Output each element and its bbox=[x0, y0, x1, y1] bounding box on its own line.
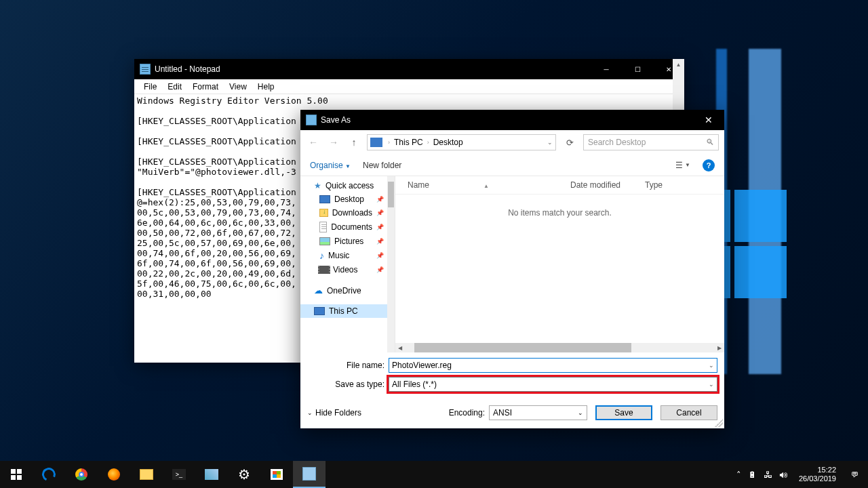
notepad-icon bbox=[140, 64, 151, 75]
minimize-button[interactable]: ─ bbox=[591, 59, 622, 79]
column-date[interactable]: Date modified bbox=[570, 180, 645, 190]
network-icon[interactable]: 🖧︎ bbox=[764, 470, 772, 480]
scroll-up-icon[interactable]: ▲ bbox=[673, 59, 684, 70]
save-dialog-title: Save As bbox=[321, 115, 351, 125]
nav-desktop[interactable]: Desktop 📌 bbox=[300, 192, 395, 206]
star-icon: ★ bbox=[314, 181, 321, 190]
taskbar-edge[interactable] bbox=[33, 461, 65, 488]
cancel-button[interactable]: Cancel bbox=[660, 405, 717, 420]
terminal-icon: >_ bbox=[172, 469, 186, 480]
taskbar-paint[interactable] bbox=[195, 461, 228, 488]
videos-icon bbox=[319, 266, 329, 274]
save-dialog-titlebar[interactable]: Save As ✕ bbox=[300, 110, 724, 130]
chevron-right-icon: › bbox=[426, 139, 431, 146]
encoding-label: Encoding: bbox=[449, 408, 485, 418]
search-placeholder: Search Desktop bbox=[588, 138, 646, 147]
chevron-right-icon: › bbox=[387, 139, 391, 146]
nav-this-pc[interactable]: This PC bbox=[300, 304, 395, 318]
scroll-right-icon[interactable]: ▶ bbox=[715, 343, 724, 352]
scrollbar-thumb[interactable] bbox=[414, 343, 631, 352]
back-button[interactable]: ← bbox=[306, 135, 321, 150]
file-columns-header[interactable]: Name▲ Date modified Type bbox=[395, 176, 724, 195]
chevron-down-icon[interactable]: ⌄ bbox=[578, 409, 583, 416]
notifications-icon[interactable]: 💬︎ bbox=[846, 470, 864, 479]
column-type[interactable]: Type bbox=[645, 180, 663, 190]
help-button[interactable]: ? bbox=[703, 159, 715, 171]
pc-icon bbox=[370, 138, 382, 147]
empty-message: No items match your search. bbox=[395, 195, 724, 231]
nav-downloads[interactable]: Downloads 📌 bbox=[300, 206, 395, 220]
search-input[interactable]: Search Desktop 🔍︎ bbox=[583, 134, 719, 150]
pin-icon: 📌 bbox=[376, 252, 384, 259]
taskbar-settings[interactable]: ⚙ bbox=[228, 461, 260, 488]
document-icon bbox=[319, 222, 327, 232]
breadcrumb[interactable]: › This PC › Desktop ⌄ bbox=[367, 134, 556, 150]
menu-view[interactable]: View bbox=[224, 81, 252, 93]
filetype-select[interactable]: All Files (*.*) ⌄ bbox=[389, 377, 717, 392]
resize-grip[interactable] bbox=[715, 419, 723, 427]
maximize-button[interactable]: ☐ bbox=[622, 59, 653, 79]
taskbar-terminal[interactable]: >_ bbox=[163, 461, 195, 488]
notepad-titlebar[interactable]: Untitled - Notepad ─ ☐ ✕ bbox=[134, 59, 684, 79]
menu-help[interactable]: Help bbox=[252, 81, 280, 93]
filetype-row: Save as type: All Files (*.*) ⌄ bbox=[307, 377, 717, 392]
nav-videos[interactable]: Videos 📌 bbox=[300, 263, 395, 277]
new-folder-button[interactable]: New folder bbox=[363, 161, 401, 170]
chevron-down-icon: ⌄ bbox=[307, 409, 313, 416]
save-dialog-icon bbox=[306, 115, 317, 125]
volume-icon[interactable]: 🔊︎ bbox=[779, 470, 788, 480]
filename-input[interactable]: PhotoViewer.reg ⌄ bbox=[389, 358, 717, 373]
taskbar-store[interactable] bbox=[260, 461, 293, 488]
nav-pictures[interactable]: Pictures 📌 bbox=[300, 235, 395, 248]
scroll-left-icon[interactable]: ◀ bbox=[395, 343, 405, 352]
horizontal-scrollbar[interactable]: ◀ ▶ bbox=[395, 343, 724, 352]
nav-documents[interactable]: Documents 📌 bbox=[300, 220, 395, 235]
taskbar-explorer[interactable] bbox=[130, 461, 163, 488]
filename-label: File name: bbox=[307, 361, 389, 370]
music-icon: ♪ bbox=[319, 250, 324, 261]
taskbar-notepad[interactable] bbox=[293, 461, 326, 488]
save-as-dialog: Save As ✕ ← → ↑ › This PC › Desktop ⌄ ⟳ … bbox=[300, 110, 724, 428]
dialog-navbar: ← → ↑ › This PC › Desktop ⌄ ⟳ Search Des… bbox=[300, 130, 724, 155]
menu-file[interactable]: File bbox=[138, 81, 162, 93]
tray-up-icon[interactable]: ˄ bbox=[736, 470, 741, 480]
pictures-icon bbox=[319, 237, 330, 245]
dialog-bottom-bar: ⌄ Hide Folders Encoding: ANSI ⌄ Save Can… bbox=[300, 401, 724, 427]
chevron-down-icon[interactable]: ⌄ bbox=[547, 139, 553, 146]
nav-quick-access[interactable]: ★ Quick access bbox=[300, 179, 395, 192]
nav-music[interactable]: ♪ Music 📌 bbox=[300, 248, 395, 263]
gear-icon: ⚙ bbox=[238, 466, 250, 483]
search-icon: 🔍︎ bbox=[706, 138, 714, 147]
cloud-icon: ☁ bbox=[314, 285, 323, 296]
chevron-down-icon[interactable]: ⌄ bbox=[709, 362, 714, 369]
system-tray[interactable]: ˄ 🔋︎ 🖧︎ 🔊︎ bbox=[731, 470, 793, 480]
menu-format[interactable]: Format bbox=[187, 81, 224, 93]
save-button[interactable]: Save bbox=[595, 405, 652, 420]
menu-edit[interactable]: Edit bbox=[162, 81, 187, 93]
edge-icon bbox=[40, 466, 58, 483]
nav-onedrive[interactable]: ☁ OneDrive bbox=[300, 283, 395, 298]
organise-button[interactable]: Organise ▼ bbox=[310, 161, 351, 170]
chevron-down-icon: ▼ bbox=[345, 163, 351, 169]
column-name[interactable]: Name bbox=[408, 180, 429, 190]
taskbar-chrome[interactable] bbox=[65, 461, 98, 488]
nav-pane-scrollbar[interactable] bbox=[387, 176, 395, 352]
breadcrumb-current[interactable]: Desktop bbox=[431, 138, 466, 147]
close-button[interactable]: ✕ bbox=[693, 110, 724, 130]
battery-icon[interactable]: 🔋︎ bbox=[748, 470, 757, 480]
view-options-button[interactable]: ☰ ▼ bbox=[675, 161, 690, 170]
up-button[interactable]: ↑ bbox=[347, 135, 361, 150]
start-button[interactable] bbox=[0, 461, 33, 488]
taskbar: >_ ⚙ ˄ 🔋︎ 🖧︎ 🔊︎ 15:22 26/03/2019 💬︎ bbox=[0, 461, 868, 488]
store-icon bbox=[271, 469, 283, 480]
breadcrumb-root[interactable]: This PC bbox=[391, 138, 426, 147]
forward-button[interactable]: → bbox=[326, 135, 341, 150]
taskbar-firefox[interactable] bbox=[98, 461, 130, 488]
taskbar-clock[interactable]: 15:22 26/03/2019 bbox=[793, 466, 842, 483]
chevron-down-icon[interactable]: ⌄ bbox=[709, 381, 714, 388]
encoding-select[interactable]: ANSI ⌄ bbox=[489, 405, 587, 420]
refresh-button[interactable]: ⟳ bbox=[561, 134, 578, 150]
downloads-icon bbox=[319, 209, 328, 217]
hide-folders-button[interactable]: ⌄ Hide Folders bbox=[307, 408, 361, 418]
clock-date: 26/03/2019 bbox=[799, 474, 836, 483]
